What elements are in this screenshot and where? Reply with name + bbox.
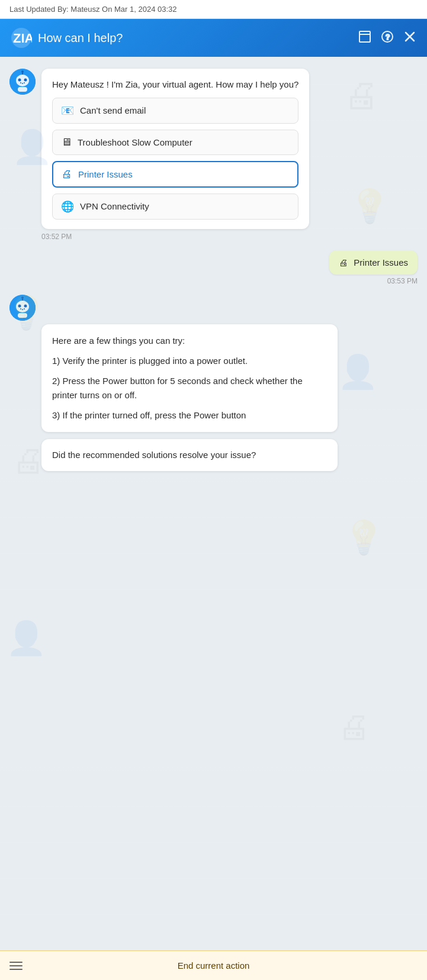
expand-icon[interactable] bbox=[358, 30, 371, 46]
user-message-icon: 🖨 bbox=[339, 257, 348, 267]
user-bubble: 🖨 Printer Issues bbox=[329, 250, 418, 275]
response-intro: Here are a few things you can try: bbox=[52, 334, 327, 348]
suggestion-troubleshoot-label: Troubleshoot Slow Computer bbox=[78, 137, 192, 147]
menu-button[interactable] bbox=[9, 962, 23, 970]
response-step-2: 2) Press the Power button for 5 seconds … bbox=[52, 374, 327, 402]
svg-point-11 bbox=[24, 79, 27, 82]
svg-point-12 bbox=[20, 82, 21, 83]
resolution-question-bubble: Did the recommended solutions resolve yo… bbox=[41, 439, 338, 472]
bottom-bar-container: End current action bbox=[9, 960, 418, 971]
svg-point-9 bbox=[16, 75, 29, 86]
svg-point-26 bbox=[21, 296, 24, 299]
response-step-1: 1) Verify the printer is plugged into a … bbox=[52, 354, 327, 368]
user-timestamp: 03:53 PM bbox=[9, 277, 418, 285]
context-bar: Last Updated By: Mateusz On Mar 1, 2024 … bbox=[0, 0, 427, 19]
context-bar-text: Last Updated By: Mateusz On Mar 1, 2024 … bbox=[9, 5, 177, 14]
svg-point-22 bbox=[20, 308, 21, 310]
bot-response-bubble: Here are a few things you can try: 1) Ve… bbox=[41, 324, 338, 432]
bot-greeting-text: Hey Mateusz ! I'm Zia, your virtual agen… bbox=[52, 78, 298, 92]
suggestions-list: 📧 Can't send email 🖥 Troubleshoot Slow C… bbox=[52, 98, 298, 220]
svg-point-14 bbox=[24, 82, 25, 83]
svg-point-20 bbox=[18, 304, 21, 307]
computer-icon: 🖥 bbox=[61, 136, 72, 149]
svg-point-21 bbox=[24, 304, 27, 307]
bottom-bar: End current action bbox=[0, 950, 427, 980]
menu-line-3 bbox=[9, 969, 23, 970]
suggestion-vpn-connectivity[interactable]: 🌐 VPN Connectivity bbox=[52, 194, 298, 220]
svg-rect-17 bbox=[18, 87, 27, 92]
response-step-3: 3) If the printer turned off, press the … bbox=[52, 408, 327, 423]
menu-line-1 bbox=[9, 962, 23, 963]
user-message-row: 🖨 Printer Issues bbox=[9, 250, 418, 275]
email-icon: 📧 bbox=[61, 104, 74, 117]
globe-icon: 🌐 bbox=[61, 200, 74, 213]
svg-rect-2 bbox=[359, 31, 370, 42]
svg-point-19 bbox=[16, 301, 29, 312]
suggestion-cant-send-email-label: Can't send email bbox=[80, 105, 146, 115]
first-timestamp: 03:52 PM bbox=[41, 233, 418, 241]
resolution-question-text: Did the recommended solutions resolve yo… bbox=[52, 449, 327, 462]
bot-greeting-bubble: Hey Mateusz ! I'm Zia, your virtual agen… bbox=[41, 69, 309, 229]
suggestion-printer-issues[interactable]: 🖨 Printer Issues bbox=[52, 161, 298, 188]
bot-response-row bbox=[9, 295, 418, 321]
svg-text:?: ? bbox=[386, 33, 390, 41]
menu-line-2 bbox=[9, 965, 23, 966]
svg-point-16 bbox=[21, 70, 24, 73]
chat-container: 🖨 👤 💡 💡 👤 🖨 💡 👤 🖨 bbox=[0, 57, 427, 950]
suggestion-cant-send-email[interactable]: 📧 Can't send email bbox=[52, 98, 298, 124]
chat-header: ZIA How can I help? ? bbox=[0, 19, 427, 57]
help-icon[interactable]: ? bbox=[381, 30, 394, 46]
zia-logo: ZIA bbox=[11, 27, 32, 49]
close-icon[interactable] bbox=[403, 30, 416, 46]
header-left: ZIA How can I help? bbox=[11, 27, 123, 49]
header-actions: ? bbox=[358, 30, 416, 46]
header-title: How can I help? bbox=[38, 31, 123, 45]
bot-avatar-2 bbox=[9, 295, 36, 321]
suggestion-printer-label: Printer Issues bbox=[78, 169, 133, 179]
suggestion-vpn-label: VPN Connectivity bbox=[80, 201, 149, 211]
bot-avatar bbox=[9, 69, 36, 95]
bot-greeting-row: Hey Mateusz ! I'm Zia, your virtual agen… bbox=[9, 69, 418, 229]
end-action-label[interactable]: End current action bbox=[178, 960, 250, 971]
svg-point-10 bbox=[18, 79, 21, 82]
svg-text:ZIA: ZIA bbox=[13, 31, 32, 46]
suggestion-troubleshoot-slow-computer[interactable]: 🖥 Troubleshoot Slow Computer bbox=[52, 130, 298, 155]
svg-point-23 bbox=[22, 309, 23, 310]
svg-point-13 bbox=[22, 83, 23, 84]
user-message-text: Printer Issues bbox=[354, 257, 408, 267]
svg-rect-27 bbox=[18, 313, 27, 318]
svg-point-24 bbox=[24, 308, 25, 310]
printer-icon: 🖨 bbox=[62, 168, 72, 180]
